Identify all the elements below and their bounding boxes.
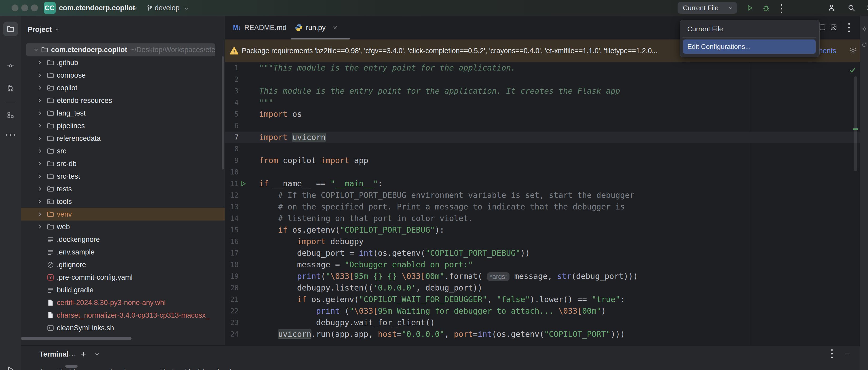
more-toolwindows-icon[interactable]	[6, 134, 15, 136]
code-line-7[interactable]: 7import uvicorn	[225, 131, 860, 143]
tree-item-.github[interactable]: .github	[21, 56, 225, 69]
run-button[interactable]	[746, 4, 753, 11]
preview-image-icon[interactable]	[830, 24, 837, 31]
code-line-21[interactable]: 21 if os.getenv("COPILOT_WAIT_FOR_DEBUGG…	[225, 294, 860, 305]
tab-close-icon[interactable]	[333, 25, 338, 30]
branch-chevron-down-icon[interactable]	[184, 7, 189, 10]
chevron-right-icon[interactable]	[37, 187, 47, 191]
chevron-right-icon[interactable]	[37, 73, 47, 78]
tree-item-build.gradle[interactable]: build.gradle	[21, 284, 225, 296]
tab-readme[interactable]: M↓ README.md	[229, 16, 285, 39]
chevron-right-icon[interactable]	[37, 212, 47, 217]
terminal-chevron-down-icon[interactable]	[95, 352, 99, 356]
commit-toolwindow-button[interactable]	[7, 62, 14, 70]
tree-item-venv[interactable]: venv	[21, 208, 225, 220]
chevron-right-icon[interactable]	[37, 149, 47, 153]
code-line-22[interactable]: 22 print ("\033[95m Waiting for debugger…	[225, 305, 860, 317]
code-line-12[interactable]: 12 # If the COPILOT_PORT_DEBUG environme…	[225, 189, 860, 201]
chevron-right-icon[interactable]	[37, 86, 47, 90]
run-toolwindow-button[interactable]	[7, 366, 14, 370]
tree-item-.pre-commit-config.yaml[interactable]: Y.pre-commit-config.yaml	[21, 271, 225, 284]
code-line-14[interactable]: 14 # listening on that port in color vio…	[225, 213, 860, 224]
chevron-right-icon[interactable]	[37, 98, 47, 103]
tree-item-src-db[interactable]: src-db	[21, 157, 225, 170]
tree-item-web[interactable]: web	[21, 220, 225, 233]
notifications-toolwindow-icon[interactable]	[862, 42, 867, 48]
tree-item-tests[interactable]: tests	[21, 183, 225, 195]
window-zoom-button[interactable]	[31, 4, 38, 11]
code-line-23[interactable]: 23 debugpy.wait_for_client()	[225, 317, 860, 329]
tree-item-charset_normalizer-3.4.0-cp313-cp313-macosx_[interactable]: charset_normalizer-3.4.0-cp313-cp313-mac…	[21, 309, 225, 321]
debug-button[interactable]	[762, 4, 770, 12]
tree-item-tools[interactable]: tools	[21, 195, 225, 208]
project-panel-header[interactable]: Project	[28, 24, 59, 35]
code-line-18[interactable]: 18 message = "Debugger enabled on port:"	[225, 259, 860, 271]
code-line-24[interactable]: 24 uvicorn.run(app.app, host="0.0.0.0", …	[225, 329, 860, 340]
project-toolwindow-button[interactable]	[3, 22, 18, 36]
inspections-ok-check-icon[interactable]	[849, 66, 856, 74]
chevron-right-icon[interactable]	[37, 161, 47, 166]
terminal-title[interactable]: Terminal	[39, 345, 69, 363]
project-chevron-down-icon[interactable]	[133, 7, 137, 10]
editor-scrollbar[interactable]	[854, 76, 857, 171]
tree-item-src[interactable]: src	[21, 145, 225, 157]
root-chevron-down-icon[interactable]	[34, 48, 38, 51]
tab-run-py[interactable]: run.py	[291, 16, 350, 39]
code-line-3[interactable]: 3This module is the entry point for the …	[225, 85, 860, 97]
tree-root-row[interactable]: com.etendoerp.copilot ~/Desktop/Workspac…	[21, 43, 225, 56]
more-actions-kebab-icon[interactable]	[781, 4, 782, 13]
run-configuration-selector[interactable]: Current File	[678, 2, 737, 14]
code-line-5[interactable]: 5import os	[225, 109, 860, 120]
code-with-me-add-user-icon[interactable]	[828, 4, 836, 12]
install-requirements-link[interactable]: nents	[819, 39, 836, 62]
code-line-9[interactable]: 9from copilot import app	[225, 155, 860, 166]
code-line-13[interactable]: 13 # on the specified port. Print a mess…	[225, 201, 860, 213]
terminal-more-label[interactable]: ...	[69, 345, 76, 363]
search-everywhere-icon[interactable]	[847, 4, 856, 12]
code-line-8[interactable]: 8	[225, 143, 860, 155]
tree-item-.env.sample[interactable]: .env.sample	[21, 246, 225, 258]
tree-item-.gitignore[interactable]: .gitignore	[21, 258, 225, 271]
terminal-output-clipped[interactable]: (copilot) > com.etendoerp.copilot git:(d…	[39, 368, 618, 370]
tree-item-etendo-resources[interactable]: etendo-resources	[21, 94, 225, 107]
code-line-6[interactable]: 6	[225, 120, 860, 131]
tree-item-copilot[interactable]: copilot	[21, 82, 225, 94]
menu-item-current-file[interactable]: Current File	[684, 23, 816, 35]
gutter-run-icon[interactable]	[240, 181, 246, 187]
tree-item-src-test[interactable]: src-test	[21, 170, 225, 183]
tree-item-pipelines[interactable]: pipelines	[21, 120, 225, 132]
code-line-19[interactable]: 19 print("\033[95m {} {} \033[00m".forma…	[225, 271, 860, 282]
code-line-11[interactable]: 11if __name__ == "__main__":	[225, 178, 860, 189]
chevron-right-icon[interactable]	[37, 174, 47, 179]
tree-item-certifi-2024.8.30-py3-none-any.whl[interactable]: certifi-2024.8.30-py3-none-any.whl	[21, 296, 225, 309]
window-close-button[interactable]	[11, 4, 19, 11]
tree-item-compose[interactable]: compose	[21, 69, 225, 82]
branch-name[interactable]: develop	[155, 0, 180, 16]
editor-layout-icon[interactable]	[819, 24, 826, 31]
code-line-1[interactable]: 1"""This module is the entry point for t…	[225, 62, 860, 74]
structure-toolwindow-button[interactable]	[7, 111, 14, 119]
pull-requests-toolwindow-button[interactable]	[7, 84, 14, 92]
banner-settings-gear-icon[interactable]	[849, 47, 857, 55]
chevron-right-icon[interactable]	[37, 60, 47, 65]
chevron-right-icon[interactable]	[37, 224, 47, 229]
terminal-options-kebab-icon[interactable]	[831, 349, 833, 358]
chevron-right-icon[interactable]	[37, 111, 47, 116]
code-line-17[interactable]: 17 debug_port = int(os.getenv("COPILOT_P…	[225, 247, 860, 259]
settings-gear-icon[interactable]	[865, 4, 868, 12]
window-minimize-button[interactable]	[21, 4, 28, 11]
ai-assistant-toolwindow-icon[interactable]	[862, 26, 867, 32]
tree-vertical-scrollbar[interactable]	[222, 56, 224, 169]
tree-item-.dockerignore[interactable]: .dockerignore	[21, 233, 225, 246]
panel-resize-handle[interactable]	[65, 365, 78, 368]
code-line-10[interactable]: 10	[225, 166, 860, 178]
editor-options-kebab-icon[interactable]	[848, 23, 850, 32]
chevron-right-icon[interactable]	[37, 136, 47, 141]
code-line-16[interactable]: 16 import debugpy	[225, 236, 860, 247]
terminal-minimize-icon[interactable]	[844, 346, 850, 362]
new-terminal-plus-icon[interactable]	[80, 351, 87, 358]
project-name[interactable]: com.etendoerp.copilot	[59, 0, 135, 16]
chevron-right-icon[interactable]	[37, 199, 47, 204]
tree-item-lang_test[interactable]: lang_test	[21, 107, 225, 120]
code-line-4[interactable]: 4"""	[225, 97, 860, 109]
